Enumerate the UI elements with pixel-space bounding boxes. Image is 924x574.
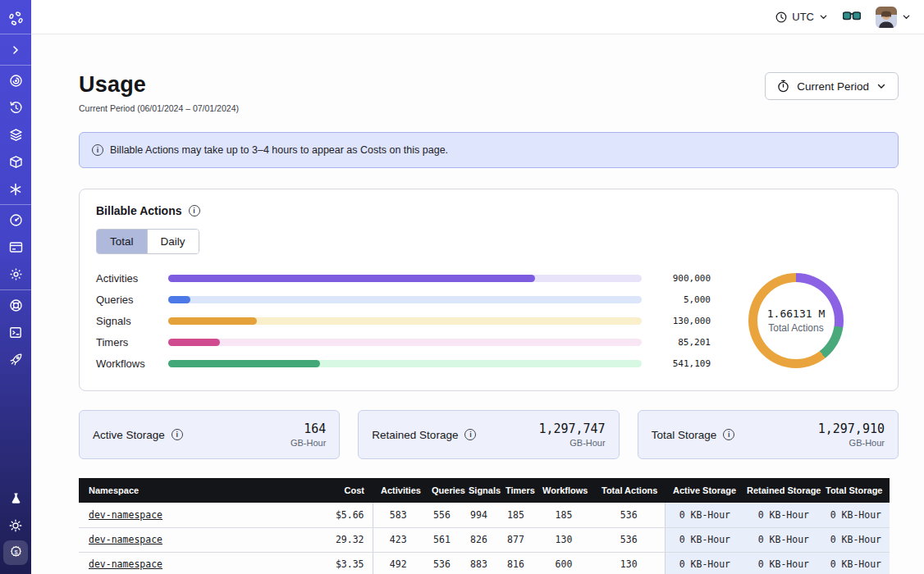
banner-text: Billable Actions may take up to 3–4 hour… <box>110 144 448 156</box>
settings-gear-icon[interactable] <box>0 261 31 288</box>
table-cell: 0 KB-Hour <box>739 552 817 574</box>
docs-icon[interactable] <box>0 319 31 346</box>
namespace-link[interactable]: dev-namespace <box>89 509 162 521</box>
bar-fill <box>168 339 220 346</box>
tab-total[interactable]: Total <box>97 230 147 253</box>
bar-row: Timers85,201 <box>96 331 711 353</box>
info-icon: i <box>92 144 103 156</box>
billable-actions-title: Billable Actions <box>96 204 182 217</box>
table-cell: 583 <box>373 503 423 527</box>
total-storage-value: 1,297,910 <box>818 421 885 436</box>
bar-row: Workflows541,109 <box>96 353 711 374</box>
table-cell: $3.35 <box>284 552 373 574</box>
table-cell: 561 <box>423 527 460 552</box>
usage-page: Usage Current Period (06/01/2024 – 07/01… <box>31 34 924 574</box>
bar-label: Timers <box>96 336 168 348</box>
billable-bars: Activities900,000Queries5,000Signals130,… <box>96 267 711 374</box>
info-icon[interactable]: i <box>172 429 183 440</box>
bar-label: Workflows <box>96 358 168 370</box>
bar-row: Activities900,000 <box>96 267 711 289</box>
table-cell: 130 <box>534 527 593 552</box>
column-header: Queries <box>423 478 460 503</box>
timezone-selector[interactable]: UTC <box>775 11 828 23</box>
namespace-usage-table: NamespaceCostActivitiesQueriesSignalsTim… <box>79 478 890 574</box>
retained-storage-label: Retained Storage <box>372 429 458 441</box>
app-root: $ UTC <box>0 0 924 574</box>
active-storage-card: Active Storage i 164 GB-Hour <box>79 410 340 459</box>
sidebar-divider <box>0 34 31 34</box>
info-icon[interactable]: i <box>189 205 200 216</box>
info-icon[interactable]: i <box>464 429 476 440</box>
table-cell: 600 <box>534 552 593 574</box>
total-actions-label: Total Actions <box>768 322 823 334</box>
theme-sun-icon[interactable] <box>0 512 31 539</box>
billable-actions-card: Billable Actions i Total Daily Activitie… <box>79 189 899 391</box>
bar-row: Queries5,000 <box>96 289 711 310</box>
getting-started-rocket-icon[interactable] <box>0 346 31 373</box>
chevron-down-icon <box>819 12 828 21</box>
table-cell: 0 KB-Hour <box>665 503 739 527</box>
retained-storage-card: Retained Storage i 1,297,747 GB-Hour <box>358 410 619 459</box>
namespace-link[interactable]: dev-namespace <box>89 534 162 545</box>
bar-value: 900,000 <box>653 273 711 284</box>
bar-fill <box>168 275 535 282</box>
period-dropdown-label: Current Period <box>797 80 869 93</box>
table-row: dev-namespace$5.665835569941851855360 KB… <box>79 503 890 527</box>
namespaces-icon[interactable] <box>0 67 31 94</box>
deployments-icon[interactable] <box>0 148 31 175</box>
schedules-icon[interactable] <box>0 94 31 121</box>
layers-icon[interactable] <box>0 121 31 148</box>
bar-row: Signals130,000 <box>96 310 711 331</box>
tab-daily[interactable]: Daily <box>147 230 199 253</box>
namespace-link[interactable]: dev-namespace <box>89 558 162 570</box>
sidebar-divider <box>0 289 31 290</box>
sidebar-divider <box>0 65 31 66</box>
support-icon[interactable] <box>0 292 31 319</box>
column-header: Active Storage <box>665 478 739 503</box>
main-area: UTC <box>31 0 924 574</box>
bar-track <box>168 296 642 303</box>
table-cell: dev-namespace <box>79 527 284 552</box>
table-cell: 0 KB-Hour <box>665 552 739 574</box>
total-storage-card: Total Storage i 1,297,910 GB-Hour <box>638 410 899 459</box>
bar-track <box>168 317 642 325</box>
bar-fill <box>168 317 257 325</box>
storage-cards: Active Storage i 164 GB-Hour Retained St… <box>79 410 899 459</box>
period-subtitle: Current Period (06/01/2024 – 07/01/2024) <box>79 103 239 113</box>
info-icon[interactable]: i <box>723 429 734 440</box>
bar-value: 541,109 <box>653 358 711 369</box>
feedback-glasses-button[interactable] <box>843 10 861 25</box>
account-menu[interactable] <box>876 7 911 28</box>
billing-icon[interactable] <box>0 234 31 261</box>
bar-track <box>168 339 642 346</box>
sidebar: $ <box>0 0 31 574</box>
topbar: UTC <box>31 0 924 34</box>
column-header: Total Actions <box>593 478 665 503</box>
active-storage-label: Active Storage <box>93 429 165 441</box>
active-nav-highlight: $ <box>3 540 28 565</box>
chevron-down-icon <box>902 12 911 21</box>
labs-flask-icon[interactable] <box>0 485 31 512</box>
temporal-logo[interactable] <box>0 5 31 32</box>
table-cell: 423 <box>373 527 423 552</box>
total-storage-unit: GB-Hour <box>818 438 885 448</box>
bar-value: 5,000 <box>653 294 711 305</box>
table-cell: 0 KB-Hour <box>817 527 890 552</box>
total-storage-label: Total Storage <box>652 429 717 441</box>
info-banner: i Billable Actions may take up to 3–4 ho… <box>79 132 899 168</box>
chevron-right-icon[interactable] <box>0 36 31 63</box>
table-row: dev-namespace$3.354925368838166001300 KB… <box>79 552 890 574</box>
table-cell: dev-namespace <box>79 552 284 574</box>
usage-dollar-icon[interactable]: $ <box>0 539 31 566</box>
table-cell: 883 <box>460 552 497 574</box>
avatar <box>876 7 897 28</box>
nexus-icon[interactable] <box>0 175 31 203</box>
table-cell: dev-namespace <box>79 503 284 527</box>
table-cell: 130 <box>593 552 665 574</box>
page-title: Usage <box>79 72 239 98</box>
table-cell: 0 KB-Hour <box>665 527 739 552</box>
table-cell: 826 <box>460 527 497 552</box>
table-cell: 0 KB-Hour <box>817 503 890 527</box>
period-dropdown-button[interactable]: Current Period <box>765 72 899 100</box>
usage-icon[interactable] <box>0 207 31 234</box>
